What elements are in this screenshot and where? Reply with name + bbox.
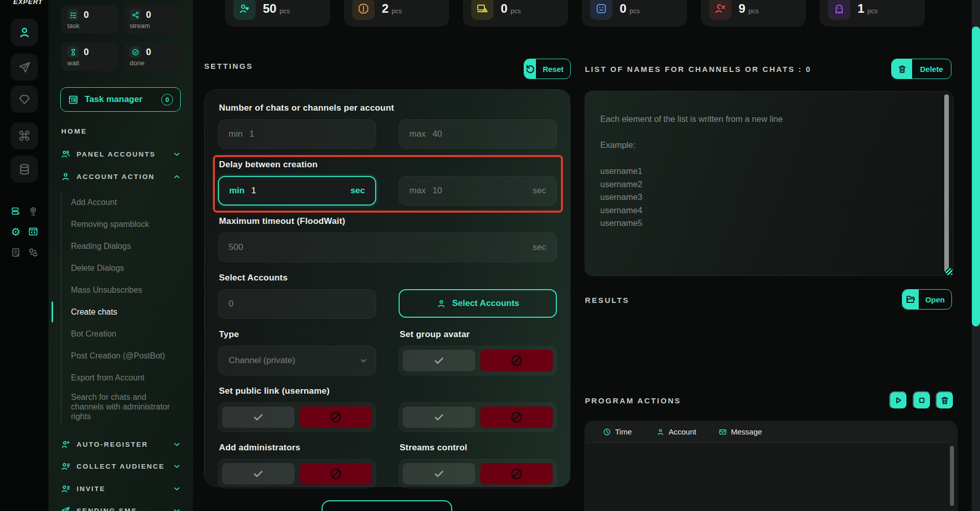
input-prefix: max [409, 186, 426, 196]
program-actions-log: Time Account Message [584, 421, 958, 511]
warning-octagon-icon [352, 0, 375, 20]
column-account: Account [656, 427, 719, 436]
field-label: Set public link (username) [219, 386, 376, 396]
document-check-icon[interactable] [10, 247, 21, 258]
sidebar-item-account-action[interactable]: ACCOUNT ACTION [48, 166, 193, 187]
delete-label: Delete [912, 59, 951, 79]
sidebar-item-invite[interactable]: INVITE [48, 478, 193, 499]
open-button[interactable]: Open [902, 289, 952, 310]
rail-send-button[interactable] [11, 54, 38, 81]
sidebar-item-label: PANEL ACCOUNTS [77, 150, 156, 158]
webcam-icon[interactable] [28, 206, 39, 217]
submenu-item-mass-unsubscribes[interactable]: Mass Unsubscribes [62, 279, 183, 301]
input-unit: sec [533, 186, 546, 196]
allow-option[interactable] [403, 463, 475, 484]
submenu-item-delete-dialogs[interactable]: Delete Dialogs [62, 257, 183, 279]
swap-layout-icon[interactable] [28, 247, 39, 258]
sidebar-item-auto-register[interactable]: AUTO-REGISTER [48, 434, 193, 454]
chats-max-input[interactable]: max 40 [399, 119, 557, 149]
input-value: 1 [249, 129, 254, 139]
type-select[interactable]: Channel (private) [218, 346, 376, 375]
chevron-down-icon [173, 463, 181, 470]
column-time: Time [603, 427, 656, 436]
input-value: 0 [229, 299, 233, 309]
start-button-partial[interactable] [322, 500, 452, 511]
names-placeholder: Each element of the list is written from… [600, 113, 922, 230]
stat-unit: pcs [867, 7, 877, 15]
field-label: Add administrators [219, 443, 376, 453]
sidebar-item-sending-sms[interactable]: SENDING SMS [48, 500, 193, 511]
stat-value: 1 [857, 2, 864, 16]
textarea-scrollbar[interactable] [944, 94, 949, 272]
input-value: 1 [251, 186, 256, 196]
allow-option[interactable] [222, 463, 295, 484]
chevron-down-icon [173, 441, 181, 448]
submenu-item-add-account[interactable]: Add Account [62, 191, 183, 213]
device-warning-icon [471, 0, 494, 20]
accounts-count-input[interactable]: 0 [218, 289, 376, 319]
rail-database-button[interactable] [11, 156, 38, 183]
field-label: Maximum timeout (FloodWait) [219, 216, 557, 226]
gear-icon[interactable]: ⚙ [10, 226, 21, 237]
chats-min-input[interactable]: min 1 [218, 119, 376, 149]
allow-option[interactable] [403, 350, 475, 371]
person-icon [61, 172, 70, 182]
stat-card-spam: 1 pcs [820, 0, 925, 27]
counter-label: stream [130, 22, 175, 30]
submenu-item-create-chats[interactable]: Create chats [62, 301, 183, 323]
stat-unit: pcs [280, 7, 290, 15]
chevron-down-icon [173, 150, 181, 158]
counter-value: 0 [84, 10, 89, 20]
share-nodes-icon [130, 9, 141, 20]
deny-option[interactable] [300, 463, 372, 484]
sidebar-item-panel-accounts[interactable]: PANEL ACCOUNTS [48, 144, 193, 164]
delay-min-input[interactable]: min 1 sec [218, 176, 376, 206]
timeout-input[interactable]: 500 sec [218, 233, 557, 262]
rail-command-button[interactable]: ⌘ [11, 122, 38, 149]
trash-icon [892, 59, 912, 79]
submenu-item-export-from-account[interactable]: Export from Account [62, 367, 183, 389]
log-scrollbar[interactable] [950, 446, 954, 506]
delay-max-input[interactable]: max 10 sec [399, 176, 557, 206]
resize-handle[interactable] [946, 268, 952, 275]
stat-value: 2 [382, 2, 388, 16]
play-button[interactable] [889, 391, 908, 410]
submenu-item-post-creation[interactable]: Post Creation (@PostBot) [62, 345, 183, 367]
deny-icon [329, 467, 342, 480]
deny-option[interactable] [480, 406, 553, 428]
field-label: Streams control [400, 443, 557, 453]
server-check-icon[interactable] [10, 206, 21, 217]
select-value: Channel (private) [229, 355, 295, 366]
allow-option[interactable] [403, 406, 475, 428]
deny-option[interactable] [480, 463, 553, 484]
reset-button[interactable]: Reset [524, 59, 571, 79]
hourglass-icon [67, 46, 79, 58]
delete-button[interactable]: Delete [891, 59, 951, 79]
person-heart-icon [233, 0, 256, 20]
rail-premium-button[interactable] [11, 86, 38, 113]
app-root: EXPERT ⌘ [0, 0, 980, 511]
select-accounts-button[interactable]: Select Accounts [399, 289, 557, 318]
clear-log-button[interactable] [936, 391, 954, 410]
reset-label: Reset [536, 59, 570, 79]
stop-button[interactable] [913, 391, 931, 410]
code-window-icon[interactable] [28, 226, 39, 237]
names-textarea[interactable]: Each element of the list is written from… [584, 91, 953, 276]
column-label: Account [669, 427, 696, 436]
allow-option[interactable] [222, 406, 295, 428]
task-manager-button[interactable]: Task manager 0 [60, 87, 181, 112]
submenu-item-reading-dialogs[interactable]: Reading Dialogs [62, 235, 183, 257]
program-actions-title: PROGRAM ACTIONS [585, 396, 681, 405]
sidebar-item-label: SENDING SMS [77, 507, 137, 511]
sidebar-item-collect-audience[interactable]: COLLECT AUDIENCE [48, 456, 193, 476]
person-lines-icon [61, 484, 70, 494]
page-scrollbar[interactable] [972, 0, 980, 511]
page-scrollbar-thumb[interactable] [972, 27, 980, 326]
submenu-item-search-admin-rights[interactable]: Search for chats and channels with admin… [62, 389, 183, 425]
deny-option[interactable] [480, 350, 553, 371]
deny-option[interactable] [300, 406, 372, 428]
sidebar-item-label: COLLECT AUDIENCE [77, 463, 165, 470]
rail-accounts-button[interactable] [11, 19, 38, 46]
submenu-item-bot-creation[interactable]: Bot Creation [62, 323, 183, 345]
submenu-item-removing-spamblock[interactable]: Removing spamblock [62, 213, 183, 235]
